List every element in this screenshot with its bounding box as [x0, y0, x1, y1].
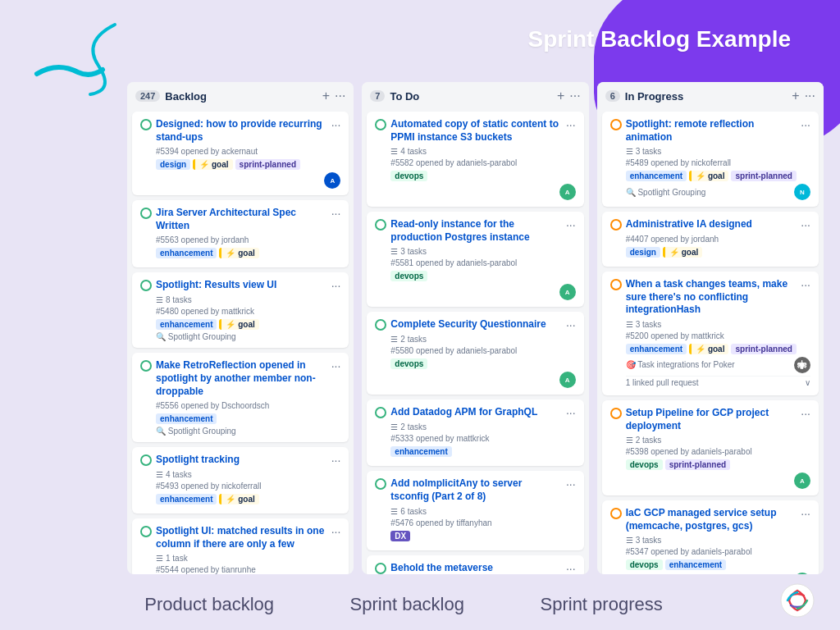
column-header-backlog: 247 Backlog + ··· — [127, 82, 354, 108]
card-title[interactable]: Setup Pipeline for GCP project deploymen… — [626, 407, 798, 432]
card-title[interactable]: Spotlight tracking — [156, 454, 328, 467]
card-title[interactable]: Read-only instance for the production Po… — [390, 218, 563, 244]
card-menu-icon[interactable]: ··· — [563, 118, 576, 131]
inprogress-actions[interactable]: + ··· — [792, 89, 815, 103]
footer-labels: Product backlog Sprint backlog Sprint pr… — [0, 594, 840, 615]
card-backlog-5: Spotlight tracking ··· ☰ 4 tasks #5493 o… — [132, 447, 349, 514]
card-todo-3: Complete Security Questionnaire ··· ☰ 2 … — [367, 312, 583, 395]
card-title[interactable]: Spotlight UI: matched results in one col… — [156, 525, 328, 550]
tag-goal: ⚡ goal — [219, 494, 258, 504]
card-meta: #5493 opened by nickoferrall — [156, 482, 340, 491]
card-title[interactable]: Add noImplicitAny to server tsconfig (Pa… — [390, 477, 563, 503]
tag-design: design — [156, 159, 190, 170]
card-menu-icon[interactable]: ··· — [797, 118, 810, 131]
card-status-icon — [610, 408, 622, 419]
card-tasks: ☰ 3 tasks — [626, 147, 810, 156]
add-icon[interactable]: + — [557, 89, 564, 103]
card-menu-icon[interactable]: ··· — [563, 562, 576, 574]
page-title: Sprint Backlog Example — [527, 26, 791, 52]
card-tags: design ⚡ goal sprint-planned — [156, 159, 340, 170]
card-menu-icon[interactable]: ··· — [328, 207, 341, 220]
card-tasks: ☰ 3 tasks — [626, 536, 810, 545]
card-tags: devops — [390, 358, 575, 369]
card-menu-icon[interactable]: ··· — [797, 507, 810, 520]
card-status-icon — [140, 208, 152, 219]
card-backlog-3: Spotlight: Results view UI ··· ☰ 8 tasks… — [132, 272, 349, 348]
card-title[interactable]: Designed: how to provide recurring stand… — [156, 118, 328, 144]
card-todo-6: Behold the metaverse ··· opened by jorda… — [367, 555, 583, 574]
card-title[interactable]: Spotlight: Results view UI — [156, 279, 328, 292]
add-icon[interactable]: + — [792, 89, 799, 103]
more-icon[interactable]: ··· — [805, 89, 815, 103]
card-footer: 🔍 Spotlight Grouping N — [626, 184, 810, 200]
card-title[interactable]: Behold the metaverse — [390, 562, 563, 574]
inprogress-count: 6 — [605, 90, 620, 102]
more-icon[interactable]: ··· — [335, 89, 345, 103]
card-title[interactable]: Spotlight: remote reflection animation — [626, 118, 798, 144]
card-todo-2: Read-only instance for the production Po… — [367, 212, 583, 307]
tag-devops: devops — [626, 559, 663, 570]
todo-actions[interactable]: + ··· — [557, 89, 581, 103]
card-tasks: ☰ 4 tasks — [156, 470, 340, 479]
backlog-count: 247 — [135, 90, 160, 102]
card-title[interactable]: Add Datadog APM for GraphQL — [390, 406, 563, 419]
tag-goal: ⚡ goal — [689, 344, 728, 354]
card-menu-icon[interactable]: ··· — [563, 477, 576, 491]
tag-sprint-planned: sprint-planned — [235, 159, 300, 170]
inprogress-body: Spotlight: remote reflection animation ·… — [597, 108, 824, 574]
card-menu-icon[interactable]: ··· — [797, 218, 810, 231]
card-meta: #5476 opened by tiffanyhan — [390, 518, 575, 527]
tag-devops: devops — [626, 459, 663, 470]
add-icon[interactable]: + — [322, 89, 330, 103]
card-inprogress-4: Setup Pipeline for GCP project deploymen… — [602, 400, 819, 495]
card-status-icon — [610, 279, 622, 290]
card-menu-icon[interactable]: ··· — [328, 118, 341, 131]
tag-goal: ⚡ goal — [219, 248, 258, 258]
card-title[interactable]: Jira Server Architectural Spec Written — [156, 207, 328, 232]
backlog-actions[interactable]: + ··· — [322, 89, 346, 103]
todo-title: To Do — [390, 90, 557, 103]
card-meta: #5580 opened by adaniels-parabol — [390, 346, 575, 355]
card-footer: A — [156, 172, 340, 189]
card-menu-icon[interactable]: ··· — [563, 406, 576, 419]
card-meta: #5489 opened by nickoferrall — [626, 158, 810, 167]
card-status-icon — [375, 219, 386, 231]
card-title[interactable]: When a task changes teams, make sure the… — [626, 278, 798, 317]
card-status-icon — [140, 119, 152, 130]
card-menu-icon[interactable]: ··· — [563, 218, 576, 231]
card-menu-icon[interactable]: ··· — [328, 279, 341, 292]
card-backlog-2: Jira Server Architectural Spec Written ·… — [132, 200, 349, 267]
card-footer: A — [390, 184, 575, 200]
card-title[interactable]: Make RetroReflection opened in spotlight… — [156, 359, 328, 398]
card-status-icon — [610, 508, 622, 519]
card-todo-1: Automated copy of static content to PPMI… — [367, 112, 583, 207]
tag-design: design — [626, 247, 660, 258]
card-menu-icon[interactable]: ··· — [328, 359, 341, 372]
tag-goal: ⚡ goal — [219, 319, 258, 330]
card-meta: #5398 opened by adaniels-parabol — [626, 447, 810, 456]
card-menu-icon[interactable]: ··· — [797, 407, 810, 420]
linked-pr[interactable]: 1 linked pull request ∨ — [626, 376, 810, 389]
column-todo: 7 To Do + ··· Automated copy of static c… — [362, 82, 588, 574]
card-status-icon — [375, 563, 386, 574]
card-menu-icon[interactable]: ··· — [328, 454, 341, 467]
tag-goal: ⚡ goal — [663, 247, 702, 258]
card-footer: A — [390, 284, 575, 300]
card-avatar: N — [794, 184, 810, 200]
card-menu-icon[interactable]: ··· — [563, 318, 576, 331]
card-title[interactable]: Complete Security Questionnaire — [390, 318, 563, 331]
card-footer: 🔄 Parabol production on k8s A — [626, 573, 810, 574]
card-grouping: 🔍 Spotlight Grouping — [626, 188, 706, 197]
card-title[interactable]: Automated copy of static content to PPMI… — [390, 118, 563, 144]
card-title[interactable]: Administrative IA designed — [626, 218, 798, 231]
more-icon[interactable]: ··· — [569, 89, 580, 103]
tag-enhancement: enhancement — [156, 319, 217, 330]
card-status-icon — [140, 280, 152, 291]
tag-sprint-planned: sprint-planned — [731, 171, 796, 181]
card-menu-icon[interactable]: ··· — [797, 278, 810, 291]
card-tasks: ☰ 6 tasks — [390, 507, 575, 516]
card-menu-icon[interactable]: ··· — [328, 525, 341, 538]
card-title[interactable]: IaC GCP managed service setup (memcache,… — [626, 507, 798, 532]
card-tags: devops — [390, 171, 575, 181]
card-footer: A — [626, 472, 810, 489]
